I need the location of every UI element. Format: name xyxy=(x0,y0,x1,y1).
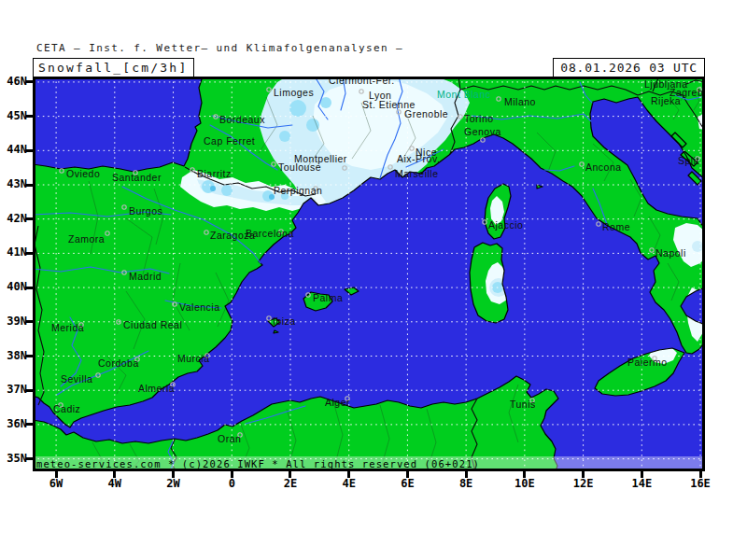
lon-label: 0 xyxy=(211,477,252,490)
lat-label: 37N xyxy=(2,383,27,396)
city-label: Palma xyxy=(313,292,343,303)
lat-label: 46N xyxy=(2,75,27,88)
city-label: Biarritz xyxy=(197,168,232,179)
city-label: Milano xyxy=(504,96,536,107)
lat-label: 43N xyxy=(2,177,27,190)
lon-label: 2W xyxy=(153,477,194,490)
lon-label: 6W xyxy=(35,477,77,490)
lon-tick xyxy=(582,471,585,478)
weather-map-page: CETA – Inst. f. Wetter– und Klimafolgena… xyxy=(0,0,747,560)
lat-label: 38N xyxy=(2,349,27,362)
lon-label: 16E xyxy=(680,477,721,490)
city-label: Ancona xyxy=(585,161,622,173)
snow-spot xyxy=(306,119,319,132)
lat-tick xyxy=(26,287,33,289)
city-label: Cadiz xyxy=(53,403,80,414)
lon-tick xyxy=(231,471,233,478)
city-label: Toulouse xyxy=(278,161,321,173)
lat-label: 36N xyxy=(2,417,27,430)
city-label: Cap Ferret xyxy=(204,135,255,147)
lon-label: 14E xyxy=(621,477,662,490)
lat-tick xyxy=(26,320,33,323)
city-label: Merida xyxy=(51,322,84,333)
city-label: Murcia xyxy=(177,353,210,364)
lat-label: 44N xyxy=(2,143,27,156)
city-label: Oviedo xyxy=(66,168,100,179)
city-label: Nice xyxy=(416,147,437,158)
lat-tick xyxy=(26,184,33,187)
lat-label: 39N xyxy=(2,315,27,328)
lon-tick xyxy=(347,471,350,478)
lon-label: 2E xyxy=(270,477,311,490)
city-label: Ajaccio xyxy=(488,219,523,231)
lat-tick xyxy=(26,457,33,460)
lon-label: 10E xyxy=(504,477,545,490)
lon-tick xyxy=(465,471,468,478)
lat-tick xyxy=(26,252,33,255)
lon-label: 12E xyxy=(563,477,604,490)
lon-tick xyxy=(523,471,526,478)
city-label: Zamora xyxy=(68,233,105,245)
lon-tick xyxy=(113,471,116,478)
lon-tick xyxy=(699,471,702,478)
lon-tick xyxy=(406,471,409,478)
lon-label: 4E xyxy=(329,477,370,490)
city-label: Limoges xyxy=(274,87,314,98)
lat-tick xyxy=(26,355,33,357)
city-label: Madrid xyxy=(129,271,162,282)
snow-spot xyxy=(279,131,290,142)
lon-label: 4W xyxy=(94,477,135,490)
lon-tick xyxy=(289,471,291,478)
city-label: Ciudad Real xyxy=(123,319,182,330)
lat-label: 41N xyxy=(2,245,27,259)
city-label: Santander xyxy=(112,172,162,183)
lat-label: 40N xyxy=(2,280,27,293)
city-label: Sevilla xyxy=(61,373,92,385)
city-label: Grenoble xyxy=(404,108,448,119)
city-label: Rijeka xyxy=(651,95,681,106)
lon-tick xyxy=(172,471,175,478)
lon-label: 8E xyxy=(445,477,486,490)
map-area: meteo-services.com * (c)2026 IWKF * All … xyxy=(33,77,705,471)
lon-tick xyxy=(641,471,643,478)
mountain-label: Mont Blanc xyxy=(437,89,491,100)
city-label: Napoli xyxy=(655,247,686,259)
lat-tick xyxy=(26,389,33,392)
snow-spot xyxy=(210,186,216,191)
lat-tick xyxy=(26,80,33,83)
city-label: Ljubljana xyxy=(644,78,688,90)
lat-tick xyxy=(26,217,33,220)
lat-tick xyxy=(26,423,33,426)
lat-label: 45N xyxy=(2,109,27,122)
city-label: Split xyxy=(678,155,699,166)
city-label: Bordeaux xyxy=(219,114,265,125)
city-label: Marseille xyxy=(395,168,439,179)
city-label: Ibiza xyxy=(273,315,296,327)
city-label: Oran xyxy=(218,433,241,444)
city-label: Tunis xyxy=(510,399,536,410)
city-label: Cordoba xyxy=(98,357,139,369)
snow-spot xyxy=(289,100,306,117)
lon-label: 6E xyxy=(387,477,428,490)
institute-title: CETA – Inst. f. Wetter– und Klimafolgena… xyxy=(36,42,403,54)
city-label: Rome xyxy=(602,221,630,232)
lat-tick xyxy=(26,115,33,118)
city-label: Burgos xyxy=(129,205,162,217)
city-label: Torino xyxy=(464,113,494,124)
lat-label: 35N xyxy=(2,452,27,465)
snow-spot xyxy=(221,185,233,196)
copyright-text: meteo-services.com * (c)2026 IWKF * All … xyxy=(36,458,480,469)
lon-tick xyxy=(55,471,58,478)
product-title-box: Snowfall_[cm/3h] xyxy=(33,58,194,77)
city-label: Barcelona xyxy=(246,228,294,239)
snow-spot xyxy=(320,97,331,108)
datetime-stamp: 08.01.2026 03 UTC xyxy=(553,58,705,77)
lat-label: 42N xyxy=(2,212,27,225)
city-label: Genova xyxy=(464,126,501,137)
city-label: Valencia xyxy=(179,301,220,313)
lat-tick xyxy=(26,149,33,152)
city-label: Perpignan xyxy=(274,185,322,196)
map-canvas: meteo-services.com * (c)2026 IWKF * All … xyxy=(33,77,705,471)
city-label: Alger xyxy=(325,397,350,408)
city-label: Palermo xyxy=(627,357,668,368)
